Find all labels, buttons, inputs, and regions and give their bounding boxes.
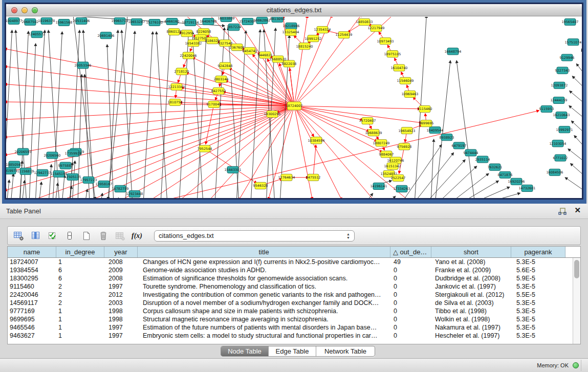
cell-year[interactable]: 1998	[104, 307, 138, 315]
cell-out_degree[interactable]: 0	[390, 291, 431, 299]
graph-edge[interactable]	[223, 92, 294, 106]
graph-edge[interactable]	[11, 174, 13, 198]
close-button[interactable]	[11, 7, 17, 13]
graph-edge[interactable]	[55, 183, 58, 198]
cell-out_degree[interactable]: 0	[390, 323, 431, 332]
column-header-short[interactable]: short	[431, 247, 511, 257]
graph-edge[interactable]	[205, 148, 256, 183]
cell-name[interactable]: 9465546	[8, 323, 56, 332]
vertical-scrollbar[interactable]	[573, 258, 580, 344]
cell-year[interactable]: 2003	[104, 299, 138, 307]
cell-short[interactable]: de Silva et al. (2003)	[431, 299, 511, 307]
graph-edge[interactable]	[294, 106, 382, 152]
float-window-icon[interactable]	[558, 207, 567, 215]
graph-edge[interactable]	[313, 145, 316, 177]
tab-edge-table[interactable]: Edge Table	[268, 346, 316, 356]
cell-year[interactable]: 1997	[104, 323, 138, 332]
graph-edge[interactable]	[6, 106, 294, 120]
scrollbar-thumb[interactable]	[574, 260, 579, 278]
cell-out_degree[interactable]: 49	[390, 258, 431, 266]
graph-edge[interactable]	[387, 196, 396, 198]
cell-year[interactable]: 2012	[104, 291, 138, 299]
cell-in_degree[interactable]: 1	[56, 258, 104, 266]
graph-edge[interactable]	[179, 106, 294, 198]
panel-layout-button[interactable]	[62, 229, 76, 243]
cell-title[interactable]: Structural magnetic resonance image aver…	[138, 315, 390, 323]
graph-edge[interactable]	[569, 106, 582, 121]
graph-edge[interactable]	[572, 76, 582, 91]
graph-edge[interactable]	[456, 60, 475, 198]
graph-edge[interactable]	[431, 139, 434, 198]
close-panel-icon[interactable]: ✕	[574, 206, 581, 215]
graph-edge[interactable]	[413, 153, 453, 198]
cell-year[interactable]: 2009	[104, 266, 138, 274]
cell-pagerank[interactable]: 5.3E-5	[511, 315, 565, 323]
cell-title[interactable]: Investigating the contribution of common…	[138, 291, 390, 299]
tab-node-table[interactable]: Node Table	[221, 346, 268, 356]
cell-name[interactable]: 9115460	[8, 282, 56, 291]
cell-out_degree[interactable]: 0	[390, 266, 431, 274]
cell-out_degree[interactable]: 0	[390, 274, 431, 282]
show-columns-button[interactable]	[29, 229, 42, 243]
cell-short[interactable]: Tibbo et al. (1998)	[431, 307, 511, 315]
cell-year[interactable]: 1998	[104, 315, 138, 323]
network-canvas[interactable]: 1004897720687502101963781596156820531406…	[6, 17, 582, 198]
cell-pagerank[interactable]: 5.9E-5	[511, 274, 565, 282]
cell-name[interactable]: 9463627	[8, 332, 56, 340]
graph-edge[interactable]	[206, 104, 214, 144]
cell-in_degree[interactable]: 6	[56, 274, 104, 282]
table-row[interactable]: 911546021997Tourette syndrome. Phenomeno…	[8, 282, 580, 291]
graph-edge[interactable]	[148, 106, 294, 198]
graph-edge[interactable]	[459, 181, 498, 198]
table-row[interactable]: 1830029562008Estimation of significance …	[8, 274, 580, 282]
cell-title[interactable]: Changes of HCN gene expression and I(f) …	[138, 258, 390, 266]
table-row[interactable]: 946554611997Estimation of the future num…	[8, 323, 580, 332]
select-all-button[interactable]	[46, 229, 59, 243]
column-header-out_degree[interactable]: △ out_de…	[390, 247, 431, 257]
column-header-title[interactable]: title	[138, 247, 390, 257]
cell-pagerank[interactable]: 5.3E-5	[511, 323, 565, 332]
cell-title[interactable]: Genome-wide association studies in ADHD.	[138, 266, 390, 274]
cell-out_degree[interactable]: 0	[390, 332, 431, 340]
network-graph[interactable]: 1004897720687502101963781596156820531406…	[6, 17, 582, 198]
column-header-pagerank[interactable]: pagerank	[511, 247, 565, 257]
delete-column-button[interactable]	[96, 229, 110, 243]
network-window-titlebar[interactable]: citations_edges.txt	[6, 4, 582, 16]
cell-pagerank[interactable]: 5.3E-5	[511, 307, 565, 315]
column-header-name[interactable]: name	[8, 247, 56, 257]
column-header-in_degree[interactable]: in_degree	[56, 247, 104, 257]
cell-in_degree[interactable]: 1	[56, 323, 104, 332]
cell-year[interactable]: 2008	[104, 274, 138, 282]
function-builder-button[interactable]: f(x)	[130, 229, 144, 243]
table-row[interactable]: 977716911998Corpus callosum shape and si…	[8, 307, 580, 315]
graph-edge[interactable]	[6, 106, 294, 155]
cell-pagerank[interactable]: 5.3E-5	[511, 282, 565, 291]
graph-edge[interactable]	[143, 32, 153, 198]
graph-edge[interactable]	[6, 106, 294, 173]
cell-in_degree[interactable]: 2	[56, 282, 104, 291]
cell-in_degree[interactable]: 6	[56, 266, 104, 274]
table-row[interactable]: 1938455462009Genome-wide association stu…	[8, 266, 580, 274]
table-row[interactable]: 2242004622012Investigating the contribut…	[8, 291, 580, 299]
table-row[interactable]: 969969511998Structural magnetic resonanc…	[8, 315, 580, 323]
graph-edge[interactable]	[481, 193, 520, 198]
graph-edge[interactable]	[148, 111, 539, 198]
minimize-button[interactable]	[21, 7, 28, 13]
cell-short[interactable]: Jankovic et al. (1997)	[431, 282, 511, 291]
cell-name[interactable]: 18724007	[8, 258, 56, 266]
graph-edge[interactable]	[108, 17, 128, 198]
graph-edge[interactable]	[574, 136, 582, 150]
graph-edge[interactable]	[570, 91, 582, 106]
cell-year[interactable]: 1997	[104, 332, 138, 340]
graph-edge[interactable]	[568, 149, 582, 164]
graph-edge[interactable]	[6, 106, 294, 190]
cell-in_degree[interactable]: 2	[56, 299, 104, 307]
graph-edge[interactable]	[39, 182, 41, 198]
cell-title[interactable]: Corpus callosum shape and size in male p…	[138, 307, 390, 315]
cell-in_degree[interactable]: 1	[56, 332, 104, 340]
cell-title[interactable]: Embryonic stem cells: a model to study s…	[138, 332, 390, 340]
graph-edge[interactable]	[470, 187, 510, 198]
cell-out_degree[interactable]: 0	[390, 282, 431, 291]
graph-edge[interactable]	[449, 173, 489, 198]
graph-edge[interactable]	[6, 67, 294, 106]
